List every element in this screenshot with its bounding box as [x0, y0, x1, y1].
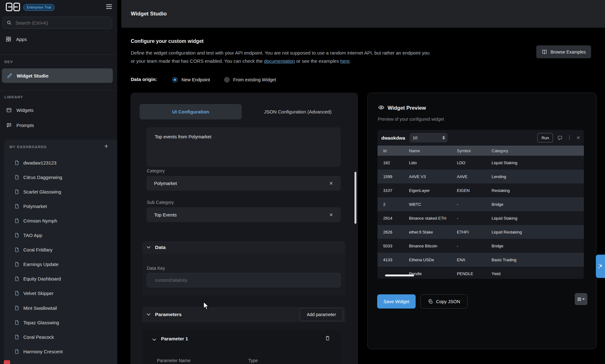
widget-name: dwaokdwa	[381, 135, 405, 141]
dashboard-item-label: dwadaw123123	[23, 160, 56, 165]
subcategory-field[interactable]: Top Events ✕	[147, 207, 341, 222]
count-stepper[interactable]	[410, 133, 447, 142]
prompts-chat-icon	[6, 123, 12, 128]
radio-existing-widget-label[interactable]: From existing Widget	[233, 77, 276, 82]
dashboard-item[interactable]: Equity Dashboard	[4, 272, 117, 285]
description-textarea[interactable]: Top events from Polymarket	[147, 127, 341, 167]
table-row[interactable]: 1599AAVE V3AAVELending	[377, 170, 584, 183]
count-input[interactable]	[412, 135, 435, 141]
clear-subcategory-icon[interactable]: ✕	[329, 212, 333, 218]
copy-json-label: Copy JSON	[436, 299, 460, 304]
search-input[interactable]	[15, 20, 108, 26]
add-dashboard-button[interactable]: +	[104, 142, 108, 150]
table-row[interactable]: 182LidoLDOLiquid Staking	[377, 156, 584, 170]
table-row[interactable]: 4133Ethena USDeENABasis Trading	[377, 253, 584, 267]
run-button[interactable]: Run	[537, 133, 553, 142]
ai-assistant-sparkle-button[interactable]	[596, 255, 605, 278]
sidebar-item-widget-studio[interactable]: Widget Studio	[2, 68, 113, 83]
config-scrollbar[interactable]	[354, 172, 356, 224]
dashboard-item[interactable]: Crimson Nymph	[4, 214, 117, 227]
dashboard-item-label: TAO App	[23, 233, 42, 238]
feedback-chat-icon[interactable]	[557, 136, 562, 140]
radio-existing-widget[interactable]	[224, 77, 230, 83]
pencil-icon	[7, 73, 12, 78]
sidebar-item-prompts[interactable]: Prompts	[6, 123, 34, 128]
trash-icon[interactable]	[325, 335, 330, 341]
tab-json-configuration[interactable]: JSON Configuration (Advanced)	[252, 104, 343, 119]
data-key-inputbox[interactable]	[147, 273, 341, 287]
data-key-input[interactable]	[154, 277, 333, 283]
col-name: Name	[409, 148, 457, 153]
parameter-1-card: Parameter 1 Parameter Name Type	[143, 330, 341, 364]
dashboard-item[interactable]: Coral Peacock	[4, 331, 117, 343]
copy-json-button[interactable]: Copy JSON	[420, 294, 468, 309]
dashboard-item[interactable]: Polymarket	[4, 200, 117, 212]
widgets-panel-icon	[6, 107, 12, 113]
document-icon	[14, 233, 20, 238]
browse-examples-label: Browse Examples	[550, 49, 586, 55]
table-header: Id Name Symbol Category	[377, 146, 584, 156]
radio-new-endpoint[interactable]	[172, 77, 178, 83]
sidebar-item-apps[interactable]: Apps	[6, 36, 27, 42]
here-link[interactable]: here	[340, 58, 350, 64]
table-row[interactable]: 2914Binance staked ETH-Liquid Staking	[377, 211, 584, 225]
table-row[interactable]: 2WBTC-Bridge	[377, 197, 584, 211]
dashboard-item[interactable]: Harmony Crescent	[4, 345, 117, 358]
dashboard-item[interactable]: Scarlet Glasswing	[4, 185, 117, 198]
table-row-partial[interactable]: PendlePENDLEYield	[377, 267, 584, 279]
sidebar-divider	[0, 55, 117, 55]
dashboard-item[interactable]: TAO App	[4, 229, 117, 241]
tab-ui-configuration[interactable]: UI Configuration	[140, 104, 242, 119]
dashboard-item[interactable]: Mint Swallowtail	[4, 302, 117, 314]
table-row[interactable]: 3107EigenLayerEIGENRestaking	[377, 183, 584, 197]
section-label-library: LIBRARY	[4, 95, 23, 99]
subcategory-label: Sub Category	[147, 200, 174, 205]
dashboard-item[interactable]: Earnings Update	[4, 258, 117, 270]
hamburger-menu-icon[interactable]	[106, 4, 112, 9]
parameter-type-label: Type	[248, 358, 258, 363]
document-icon	[14, 262, 20, 267]
search-box[interactable]	[3, 17, 112, 29]
enterprise-trial-badge: Enterprise Trial	[23, 4, 55, 11]
documentation-link[interactable]: documentation	[264, 58, 295, 64]
category-field[interactable]: Polymarket ✕	[147, 176, 341, 191]
table-horizontal-scrollbar[interactable]	[385, 274, 414, 276]
table-row[interactable]: 2626ether.fi StakeETHFILiquid Restaking	[377, 225, 584, 239]
document-icon	[14, 305, 20, 311]
kebab-menu-icon[interactable]: ⋮	[567, 137, 572, 139]
close-icon[interactable]: ✕	[576, 135, 580, 140]
dashboard-item-label: Coral Fritillary	[23, 247, 53, 252]
dashboard-item[interactable]: Citrus Daggerwing	[4, 171, 117, 183]
my-dashboards-panel: MY DASHBOARDS + dwadaw123123 Citrus Dagg…	[4, 140, 117, 364]
data-section-title: Data	[155, 245, 166, 250]
chevron-down-icon[interactable]	[152, 338, 156, 341]
add-parameter-button[interactable]: Add parameter	[300, 308, 343, 321]
stepper-arrows-icon[interactable]	[442, 136, 445, 140]
dashboard-item-label: Coral Peacock	[23, 334, 54, 340]
sidebar: Enterprise Trial Apps DEV Widget	[0, 0, 117, 364]
sidebar-item-widgets[interactable]: Widgets	[6, 107, 33, 113]
copy-icon	[428, 299, 433, 304]
document-icon	[14, 204, 20, 209]
clear-category-icon[interactable]: ✕	[329, 181, 333, 186]
data-origin-label: Data origin:	[131, 77, 157, 82]
dashboard-item[interactable]: dwadaw123123	[4, 156, 117, 169]
col-category: Category	[492, 148, 584, 153]
page-title: Widget Studio	[131, 0, 167, 28]
apps-grid-icon	[6, 36, 11, 42]
radio-new-endpoint-label[interactable]: New Endpoint	[182, 77, 210, 82]
dashboard-item[interactable]: Topaz Glasswing	[4, 316, 117, 329]
document-icon	[14, 247, 20, 252]
save-widget-button[interactable]: Save Widget	[377, 294, 416, 309]
browse-examples-button[interactable]: Browse Examples	[536, 45, 591, 58]
layout-grid-button[interactable]	[575, 293, 587, 305]
data-section-header[interactable]: Data	[142, 241, 345, 254]
document-icon	[14, 189, 20, 194]
col-symbol: Symbol	[457, 148, 492, 153]
sidebar-divider	[0, 90, 117, 91]
clipped-red-icon[interactable]	[4, 360, 10, 364]
table-row[interactable]: 5033Binance Bitcoin-Bridge	[377, 239, 584, 253]
dashboard-item[interactable]: Coral Fritillary	[4, 243, 117, 256]
dashboard-item[interactable]: Velvet Skipper	[4, 287, 117, 299]
apps-label: Apps	[16, 37, 27, 42]
